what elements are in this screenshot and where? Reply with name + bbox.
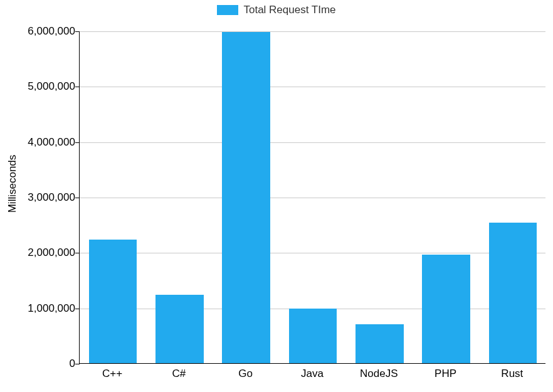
y-tick-mark (75, 309, 80, 309)
y-tick-mark (75, 142, 80, 143)
bar (89, 240, 137, 363)
legend-item: Total Request TIme (217, 4, 335, 16)
y-tick-label: 5,000,000 (6, 80, 75, 93)
y-tick-mark (75, 253, 80, 253)
legend: Total Request TIme (0, 4, 553, 18)
bar (422, 255, 470, 363)
y-tick-mark (75, 364, 80, 364)
x-tick-label: NodeJS (360, 368, 398, 380)
y-tick-mark (75, 87, 80, 87)
x-tick-label: Go (238, 368, 253, 380)
plot-area (79, 31, 545, 364)
bar (356, 324, 404, 363)
bar (289, 309, 337, 363)
x-tick-label: C++ (102, 368, 122, 380)
y-tick-label: 4,000,000 (6, 136, 75, 149)
x-tick-label: C# (172, 368, 186, 380)
y-tick-label: 1,000,000 (6, 302, 75, 315)
y-tick-mark (75, 198, 80, 198)
y-tick-label: 0 (6, 358, 75, 370)
y-tick-label: 6,000,000 (6, 25, 75, 38)
bar (155, 295, 204, 363)
y-tick-label: 2,000,000 (6, 246, 75, 259)
x-tick-label: Rust (501, 368, 523, 380)
legend-label: Total Request TIme (243, 4, 335, 16)
bar-chart: Total Request TIme Milliseconds 01,000,0… (0, 0, 553, 392)
y-tick-label: 3,000,000 (6, 191, 75, 204)
y-tick-mark (75, 31, 80, 32)
bar (489, 223, 537, 363)
x-tick-label: PHP (434, 368, 456, 380)
bar (222, 32, 270, 363)
x-tick-label: Java (301, 368, 324, 380)
bars-layer (80, 31, 545, 363)
legend-swatch-icon (217, 5, 238, 15)
